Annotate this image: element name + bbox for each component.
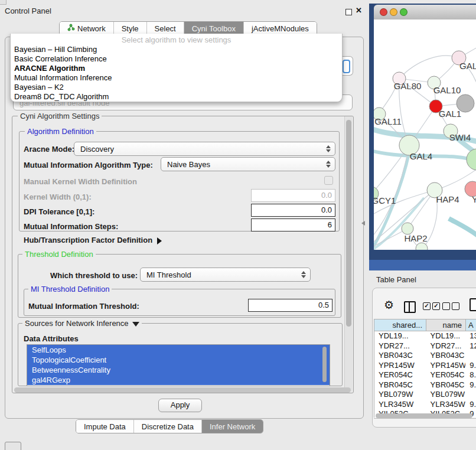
node-label: SWI4 xyxy=(449,132,471,142)
dropdown-item[interactable]: Dream8 DC_TDC Algorithm xyxy=(11,92,342,102)
algorithm-dropdown-list: Select algorithm to view settings Bayesi… xyxy=(10,34,343,102)
table-cell: YBR045C xyxy=(426,380,466,390)
table-horizontal-scrollbar[interactable] xyxy=(376,413,472,418)
bottom-left-widget[interactable] xyxy=(5,442,21,450)
mi-steps-field[interactable]: 6 xyxy=(251,219,335,231)
column-header[interactable]: name xyxy=(426,319,465,331)
node-label: HAP4 xyxy=(436,194,459,204)
settings-vertical-scrollbar[interactable] xyxy=(344,116,353,392)
table-panel-title: Table Panel xyxy=(376,275,416,284)
gear-icon[interactable]: ⚙ xyxy=(384,299,394,311)
table-bottom-border xyxy=(374,418,476,419)
table-cell xyxy=(465,390,476,400)
network-node[interactable] xyxy=(467,149,476,170)
document-icon[interactable] xyxy=(470,298,476,311)
column-header[interactable]: A xyxy=(465,319,476,331)
network-node-hap2[interactable] xyxy=(402,223,413,234)
settings-group-title: Cyni Algorithm Settings xyxy=(18,112,102,120)
table-cell: YER054C xyxy=(374,370,426,380)
tab-label: Select xyxy=(155,24,176,33)
kernel-width-label: Kernel Width (0,1): xyxy=(24,193,92,201)
manual-kernel-checkbox[interactable] xyxy=(324,176,333,185)
pane-divider-arrow-icon[interactable] xyxy=(361,221,365,226)
apply-button[interactable]: Apply xyxy=(158,399,202,412)
which-threshold-combo[interactable]: MI Threshold xyxy=(140,268,311,282)
table-cell: 13 xyxy=(465,331,476,341)
table-cell: YER054C xyxy=(426,370,466,380)
dropdown-item[interactable]: Bayesian – Hill Climbing xyxy=(11,45,342,54)
table-cell: YPR145W xyxy=(426,361,466,371)
kernel-width-field[interactable]: 0.0 xyxy=(251,189,335,202)
mi-threshold-label: Mutual Information Threshold: xyxy=(28,302,139,311)
table-row[interactable]: YDL19...YDL19...13 xyxy=(374,331,476,341)
node-label: GAL80 xyxy=(394,81,422,91)
tab-label: Discretize Data xyxy=(142,422,194,431)
mi-threshold-field[interactable]: 0.5 xyxy=(248,299,332,312)
table-row[interactable]: YBL079WYBL079W xyxy=(374,390,476,400)
table-cell: 9. xyxy=(465,380,476,390)
split-columns-icon[interactable] xyxy=(404,301,416,313)
table-row[interactable]: YPR145WYPR145W9. xyxy=(374,361,476,371)
algorithm-definition-title: Algorithm Definition xyxy=(25,127,96,136)
dropdown-item[interactable]: Basic Correlation Inference xyxy=(11,54,342,64)
attributes-list-scrollbar[interactable] xyxy=(322,347,327,382)
tab-network[interactable]: Network xyxy=(60,22,114,35)
attribute-item[interactable]: BetweennessCentrality xyxy=(27,365,330,375)
dropdown-item[interactable]: ARACNE Algorithm xyxy=(11,64,342,73)
table-row[interactable]: YDR27...YDR27...12 xyxy=(374,341,476,351)
tab-discretize-data[interactable]: Discretize Data xyxy=(134,420,202,433)
deselect-columns-icon[interactable] xyxy=(442,302,459,310)
table-cell: YBL079W xyxy=(374,390,426,400)
mi-type-combo[interactable]: Naive Bayes xyxy=(161,157,335,171)
table-cell xyxy=(465,351,476,361)
float-window-icon[interactable] xyxy=(345,9,352,15)
table-cell: YDL19... xyxy=(426,331,466,341)
tab-jactivemnodules[interactable]: jActiveMNodules xyxy=(244,22,317,35)
sources-title: Sources for Network Inference xyxy=(25,319,129,328)
network-window-titlebar[interactable] xyxy=(374,5,476,20)
dropdown-item[interactable]: Mutual Information Inference xyxy=(11,73,342,83)
node-table: shared...nameA YDL19...YDL19...13YDR27..… xyxy=(374,319,476,418)
zoom-traffic-light-icon[interactable] xyxy=(400,8,407,16)
focus-ring xyxy=(343,60,350,73)
table-row[interactable]: YLR345WYLR345W9. xyxy=(374,400,476,410)
tab-cyni-toolbox[interactable]: Cyni Toolbox xyxy=(184,22,244,35)
tab-infer-network[interactable]: Infer Network xyxy=(202,420,263,433)
close-icon[interactable]: ✕ xyxy=(356,6,362,15)
dpi-tolerance-field[interactable]: 0.0 xyxy=(251,204,335,217)
tab-style[interactable]: Style xyxy=(114,22,147,35)
tab-label: jActiveMNodules xyxy=(252,24,309,33)
tab-impute-data[interactable]: Impute Data xyxy=(76,420,134,433)
aracne-mode-combo[interactable]: Discovery xyxy=(74,142,335,156)
table-row[interactable]: YER054CYER054C8. xyxy=(374,370,476,380)
control-panel-title: Control Panel xyxy=(5,6,51,15)
minimize-traffic-light-icon[interactable] xyxy=(390,8,397,16)
network-canvas[interactable]: GALGAL80GAL10GAL1GAL11SWI4GAL4GCY1HAP4YH… xyxy=(374,19,476,250)
table-cell: YBL079W xyxy=(426,390,466,400)
data-attributes-list[interactable]: SelfLoopsTopologicalCoefficientBetweenne… xyxy=(27,344,330,386)
attribute-item[interactable]: TopologicalCoefficient xyxy=(27,355,330,365)
attribute-item[interactable]: SelfLoops xyxy=(27,345,330,355)
network-edge xyxy=(449,219,476,238)
close-traffic-light-icon[interactable] xyxy=(380,8,387,16)
collapse-arrow-icon[interactable] xyxy=(132,322,139,327)
table-row[interactable]: YBR043CYBR043C xyxy=(374,351,476,361)
scrollbar-thumb[interactable] xyxy=(346,120,351,327)
mi-threshold-title: MI Threshold Definition xyxy=(28,285,112,294)
network-view[interactable]: GALGAL80GAL10GAL1GAL11SWI4GAL4GCY1HAP4YH… xyxy=(374,19,476,250)
tab-select[interactable]: Select xyxy=(147,22,184,35)
tab-label: Network xyxy=(77,24,106,33)
column-header[interactable]: shared... xyxy=(374,319,426,331)
node-label: GAL4 xyxy=(410,151,432,161)
inference-algorithm-combo-edge[interactable] xyxy=(341,56,353,76)
stepper-icon xyxy=(326,161,331,168)
network-edge xyxy=(399,56,459,79)
select-columns-icon[interactable]: ✓✓ xyxy=(423,302,440,310)
dropdown-item[interactable]: Bayesian – K2 xyxy=(11,83,342,92)
hub-definition-toggle[interactable]: Hub/Transcription Factor Definition xyxy=(24,236,162,244)
sources-title-row[interactable]: Sources for Network Inference xyxy=(22,319,142,328)
expand-arrow-icon[interactable] xyxy=(157,237,162,244)
table-row[interactable]: YBR045CYBR045C9. xyxy=(374,380,476,390)
settings-horizontal-scrollbar[interactable] xyxy=(14,387,351,393)
attribute-item[interactable]: gal4RGexp xyxy=(27,375,330,385)
